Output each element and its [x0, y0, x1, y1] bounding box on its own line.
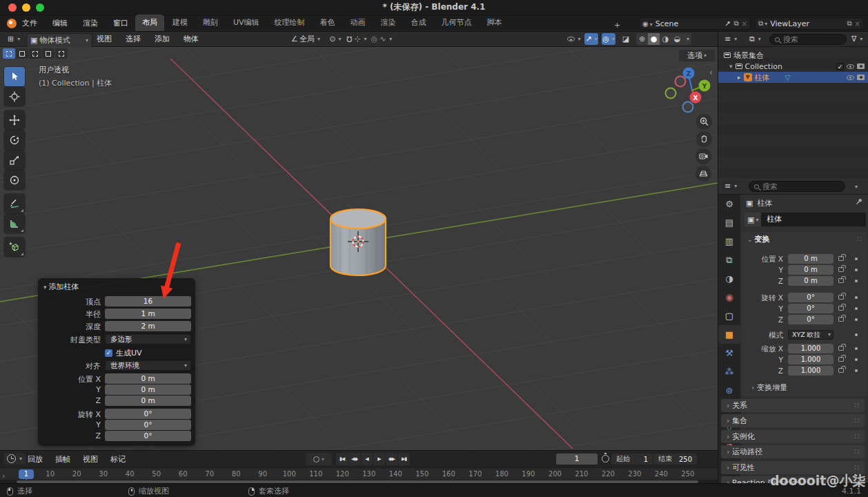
collection-checkbox[interactable]: [836, 63, 844, 70]
collection-label[interactable]: Collection: [745, 62, 834, 71]
lock-icon[interactable]: [838, 306, 844, 311]
location-y-field[interactable]: 0 m: [105, 384, 191, 395]
xray-toggle[interactable]: ◪: [619, 33, 633, 45]
location-x-field[interactable]: 0 m: [105, 373, 191, 384]
outliner-search-input[interactable]: 搜索: [769, 34, 847, 45]
tool-rotate[interactable]: [4, 130, 25, 150]
lock-icon[interactable]: [838, 317, 844, 322]
gizmo-toggle[interactable]: ↗: [584, 33, 598, 45]
timeline-editor-type-button[interactable]: [3, 453, 26, 465]
shading-material-button[interactable]: ◑: [660, 33, 671, 45]
viewport-menu-0[interactable]: 视图: [97, 34, 112, 44]
properties-tab-world[interactable]: ◉: [718, 288, 740, 306]
generate-uv-checkbox[interactable]: 生成UV: [105, 348, 142, 358]
workspace-tab-10[interactable]: 脚本: [480, 14, 509, 31]
panel-drag-handle[interactable]: [854, 432, 859, 441]
properties-tab-view-layer[interactable]: ⧉: [718, 251, 740, 269]
prev-keyframe-button[interactable]: ◀◆: [348, 453, 360, 465]
operator-panel-title[interactable]: 添加柱体: [43, 282, 79, 292]
panel-drag-handle[interactable]: [857, 235, 862, 244]
workspace-tab-0[interactable]: 布局: [135, 14, 164, 31]
tool-measure[interactable]: [4, 214, 25, 233]
visibility-dropdown[interactable]: [567, 33, 581, 45]
animate-dot[interactable]: [855, 269, 858, 271]
animate-dot[interactable]: [855, 318, 858, 321]
object-row-cylinder[interactable]: ▸ ▼ 柱体 ▽: [718, 72, 868, 83]
scene-selector[interactable]: ◉ Scene ⧉ ×: [639, 17, 751, 30]
toggle-ortho-button[interactable]: [696, 166, 711, 182]
panel-instancing[interactable]: 实例化: [721, 430, 865, 443]
panel-drag-handle[interactable]: [854, 463, 859, 472]
play-button[interactable]: ▶: [373, 453, 385, 465]
timeline-menu-3[interactable]: 标记: [110, 454, 126, 465]
outliner-panel[interactable]: 场景集合 ▾ Collection ▸ ▼ 柱体 ▽: [718, 47, 868, 178]
timeline-editor[interactable]: 回放插帧视图标记 ▾ ▮◀ ◀◆ ◀ ▶ ◆▶ ▶▮ 1 起始1 结束250 1…: [0, 450, 718, 483]
workspace-tab-7[interactable]: 渲染: [374, 14, 403, 31]
select-intersect-button[interactable]: [55, 48, 68, 59]
workspace-tab-3[interactable]: UV编辑: [226, 14, 266, 31]
prop-location-z-field[interactable]: 0 m: [788, 276, 834, 286]
tool-select-tweak[interactable]: [4, 67, 25, 86]
radius-field[interactable]: 1 m: [105, 309, 191, 319]
prop-rotation-y-field[interactable]: 0°: [788, 304, 834, 313]
properties-tab-particles[interactable]: ⁂: [718, 362, 740, 381]
animate-dot[interactable]: [855, 369, 858, 372]
animate-dot[interactable]: [855, 347, 858, 350]
pan-button[interactable]: [696, 131, 712, 147]
viewport-menu-3[interactable]: 物体: [184, 34, 199, 44]
prop-location-x-field[interactable]: 0 m: [788, 254, 834, 264]
stopwatch-icon[interactable]: [602, 455, 609, 462]
3d-viewport[interactable]: 用户透视 (1) Collection | 柱体: [0, 47, 718, 450]
operator-panel-add-cylinder[interactable]: 添加柱体 顶点16 半径1 m 深度2 m 封盖类型多边形 生成UV 对齐世界环…: [38, 278, 195, 446]
lock-icon[interactable]: [838, 256, 844, 261]
snap-selector[interactable]: Ω ⊹: [346, 33, 367, 45]
hide-eye-icon[interactable]: [847, 64, 854, 69]
lock-icon[interactable]: [838, 278, 844, 283]
mode-selector[interactable]: ▣ 物体模式: [26, 33, 92, 48]
orientation-selector[interactable]: ∠ 全局: [287, 33, 324, 45]
tool-move[interactable]: [4, 110, 25, 130]
overlays-toggle[interactable]: ◎: [602, 33, 615, 45]
animate-dot[interactable]: [855, 257, 858, 260]
panel-drag-handle[interactable]: [854, 401, 859, 410]
properties-tab-tool[interactable]: ⚙: [718, 195, 740, 213]
properties-tab-render[interactable]: ▤: [718, 213, 740, 232]
pivot-point-selector[interactable]: ⊙: [328, 33, 342, 45]
animate-dot[interactable]: [855, 280, 858, 282]
menu-0[interactable]: 文件: [22, 18, 37, 28]
lock-icon[interactable]: [838, 267, 844, 272]
rotation-mode-dropdown[interactable]: XYZ 欧拉: [788, 330, 834, 340]
properties-options-dropdown[interactable]: [854, 182, 858, 191]
align-dropdown[interactable]: 世界环境: [105, 360, 191, 371]
select-extend-button[interactable]: [16, 48, 28, 59]
proportional-editing-selector[interactable]: ◎ ∿: [371, 33, 393, 45]
new-view-layer-icon[interactable]: ⧉: [847, 19, 851, 28]
timeline-menu-2[interactable]: 视图: [83, 454, 98, 465]
properties-editor-type-button[interactable]: ≡: [721, 180, 740, 192]
view-layer-selector[interactable]: ⧉ ViewLayer ⧉ ×: [755, 17, 864, 30]
collection-expand-icon[interactable]: ▾: [729, 63, 733, 70]
macos-maximize-button[interactable]: [36, 3, 44, 12]
play-reverse-button[interactable]: ◀: [361, 453, 373, 465]
blender-logo-icon[interactable]: [7, 19, 17, 28]
scene-collection-row[interactable]: 场景集合: [718, 50, 868, 61]
properties-tab-physics[interactable]: ⊚: [718, 381, 740, 400]
rotation-z-field[interactable]: 0°: [105, 431, 191, 441]
render-visibility-icon[interactable]: [857, 64, 865, 69]
delta-transform-subpanel[interactable]: › 变换增量: [751, 382, 787, 393]
select-subtract-button[interactable]: [29, 48, 41, 59]
outliner-filter-button[interactable]: ∇: [848, 33, 866, 45]
panel-drag-handle[interactable]: [854, 447, 859, 456]
properties-tab-scene[interactable]: ◑: [718, 269, 740, 288]
animate-dot[interactable]: [855, 333, 858, 336]
frame-end-field[interactable]: 结束250: [653, 454, 697, 465]
scene-collection-label[interactable]: 场景集合: [733, 50, 764, 61]
object-label[interactable]: 柱体: [755, 72, 770, 83]
object-name-field[interactable]: 柱体: [761, 213, 866, 226]
viewport-menu-1[interactable]: 选择: [126, 34, 141, 44]
transform-panel-header[interactable]: 变换: [747, 234, 769, 244]
object-expand-icon[interactable]: ▸: [738, 74, 741, 81]
pin-icon[interactable]: [724, 21, 731, 27]
animate-dot[interactable]: [855, 296, 858, 299]
tool-annotate[interactable]: [4, 194, 25, 213]
